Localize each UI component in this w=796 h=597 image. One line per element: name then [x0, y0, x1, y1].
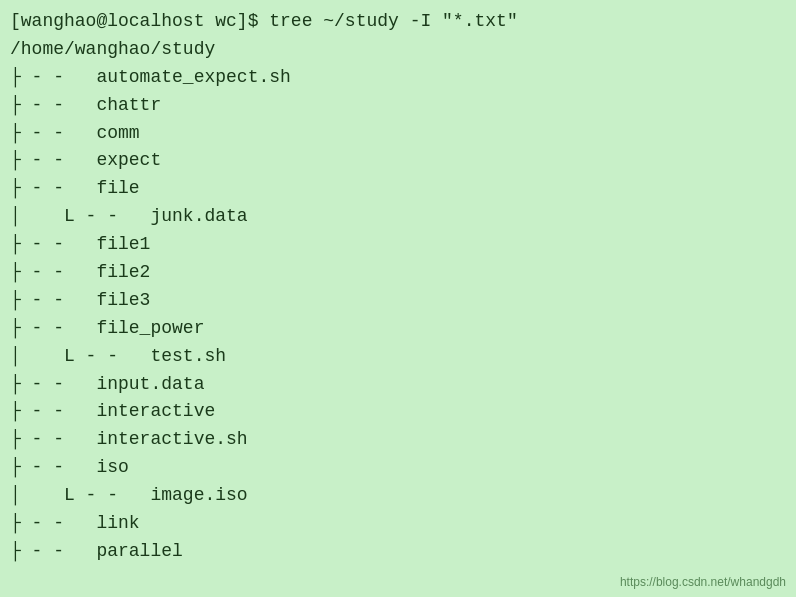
tree-line: ├ - - chattr — [10, 92, 786, 120]
tree-line: ├ - - file_power — [10, 315, 786, 343]
tree-line: │ L - - test.sh — [10, 343, 786, 371]
tree-line: ├ - - link — [10, 510, 786, 538]
tree-line: │ L - - image.iso — [10, 482, 786, 510]
tree-line: ├ - - file2 — [10, 259, 786, 287]
tree-line: ├ - - iso — [10, 454, 786, 482]
tree-line: ├ - - file1 — [10, 231, 786, 259]
prompt-line: [wanghao@localhost wc]$ tree ~/study -I … — [10, 8, 786, 36]
terminal-output: [wanghao@localhost wc]$ tree ~/study -I … — [10, 8, 786, 64]
tree-line: ├ - - file3 — [10, 287, 786, 315]
tree-line: ├ - - interactive.sh — [10, 426, 786, 454]
tree-line: ├ - - interactive — [10, 398, 786, 426]
tree-output: ├ - - automate_expect.sh├ - - chattr├ - … — [10, 64, 786, 566]
tree-line: ├ - - expect — [10, 147, 786, 175]
root-path: /home/wanghao/study — [10, 36, 786, 64]
tree-line: ├ - - comm — [10, 120, 786, 148]
tree-line: ├ - - automate_expect.sh — [10, 64, 786, 92]
tree-line: ├ - - input.data — [10, 371, 786, 399]
tree-line: │ L - - junk.data — [10, 203, 786, 231]
tree-line: ├ - - parallel — [10, 538, 786, 566]
watermark: https://blog.csdn.net/whandgdh — [620, 575, 786, 589]
tree-line: ├ - - file — [10, 175, 786, 203]
